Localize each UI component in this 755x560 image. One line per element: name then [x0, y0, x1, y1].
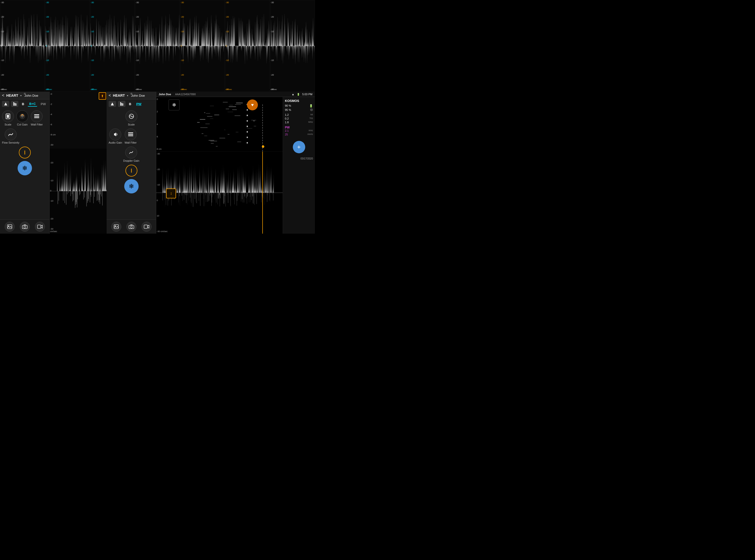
left-scale-btn[interactable]: [2, 111, 14, 122]
tis-label: TIS: [309, 117, 313, 120]
left-colgain-label: Col Gain: [17, 123, 28, 126]
right-mode-pw[interactable]: PW: [135, 102, 143, 106]
right-panel-patient: John Doe: [131, 94, 145, 98]
left-mode-tabs: B B+C PW: [0, 99, 49, 108]
left-scale-label: Scale: [4, 123, 12, 126]
svg-rect-24: [128, 135, 133, 136]
tech-info: 1.2 MI 0.2 TIS 1.8 MHz: [285, 113, 313, 124]
svg-rect-10: [34, 117, 39, 118]
right-scale-btn[interactable]: [125, 111, 137, 122]
svg-rect-8: [34, 114, 39, 115]
right-panel-title: HEART: [113, 94, 125, 98]
doppler-strip-5: -30 -20 -10 0 -10 -20 -30 cm/sec: [180, 0, 225, 92]
right-video-btn[interactable]: [142, 222, 151, 232]
left-mode-icon-2[interactable]: [11, 101, 18, 107]
left-controls: Scale Col Gain Wall Filter: [0, 108, 49, 219]
pw-mode-label: PW: [285, 126, 313, 129]
right-gallery-btn[interactable]: [111, 222, 121, 232]
echo-snowflake-icon[interactable]: ❄: [169, 99, 180, 111]
right-controls: Scale Audio Gain Wall Filter: [107, 108, 156, 219]
left-mode-b[interactable]: B: [20, 102, 25, 106]
left-orange-dial[interactable]: [19, 146, 31, 159]
left-gallery-btn[interactable]: [5, 222, 15, 232]
doppler-strip-4: -30 -20 -10 0 -10 -20 -30 cm/sec: [135, 0, 180, 92]
svg-marker-0: [4, 102, 7, 105]
khz-row: 2.1 KHz: [285, 129, 313, 132]
right-wallfilter-btn[interactable]: [125, 128, 137, 140]
left-panel-patient: John Doe: [24, 94, 38, 98]
left-mode-pw[interactable]: PW: [39, 102, 47, 106]
battery-icon: 🔋: [297, 93, 300, 96]
left-flow-btn[interactable]: [5, 128, 17, 140]
right-row-3: Doppler Gain: [108, 146, 154, 162]
scale-labels-2: -30 -20 -10 0 -10 -20 -30: [46, 0, 49, 92]
doppler-strip-3: -30 -20 -10 0 -10 -20 -30 cm/sec: [90, 0, 135, 92]
orange-dot: [262, 145, 264, 148]
info-panel: KOSMOS 90 % 🔋 95 % ⚫ 1.2 MI 0.2 T: [283, 97, 315, 234]
right-orange-dial[interactable]: [125, 165, 137, 177]
battery-row-1: 90 % 🔋: [285, 104, 313, 108]
top-doppler-row: -30 -20 -10 0 -10 -20 -30 cm/sec → -30 -…: [0, 0, 315, 92]
scale-labels-1: -30 -20 -10 0 -10 -20 -30: [1, 0, 4, 92]
left-freeze-btn[interactable]: ❄: [18, 161, 32, 175]
svg-rect-22: [128, 133, 133, 133]
right-wallfilter-item: Wall Filter: [124, 128, 136, 144]
battery-row-2: 95 % ⚫: [285, 108, 313, 111]
right-mode-b[interactable]: B: [127, 102, 132, 106]
arrow-6: →: [265, 44, 268, 48]
main-patient-name: John Doe: [159, 93, 171, 96]
left-wallfilter-label: Wall Filter: [31, 123, 43, 126]
echo-heart-icon: ♥: [247, 99, 258, 111]
right-row-5: ❄: [108, 179, 154, 194]
right-freeze-btn[interactable]: ❄: [124, 179, 139, 194]
right-scale-item: Scale: [125, 111, 137, 126]
left-wallfilter-btn[interactable]: [31, 111, 43, 122]
right-panel-dropdown-icon[interactable]: ▾: [127, 94, 128, 97]
up-down-control[interactable]: ↕: [166, 188, 176, 198]
left-mode-bc[interactable]: B+C: [28, 101, 37, 107]
mhz-row: 1.8 MHz: [285, 121, 313, 124]
doppler-strip-7: -30 -20 -10 0 -10 -20 -30 cm/sec: [270, 0, 315, 92]
mi-val: 1.2: [285, 113, 289, 116]
right-dopplergain-btn[interactable]: [125, 146, 137, 159]
right-camera-btn[interactable]: [126, 222, 136, 232]
svg-point-15: [24, 226, 26, 228]
scale-labels-5: -30 -20 -10 0 -10 -20 -30: [181, 0, 184, 92]
battery-icon-2: ⚫: [310, 108, 313, 111]
svg-point-29: [130, 226, 132, 228]
left-mode-icon-1[interactable]: [2, 101, 9, 107]
left-back-button[interactable]: <: [2, 93, 4, 98]
right-toolbar: [107, 219, 156, 234]
echo-scale: 0 2 4 6 8 cm: [157, 97, 162, 151]
left-flow-label: Flow Sensivity: [2, 141, 19, 144]
add-button[interactable]: +: [293, 141, 305, 153]
right-back-button[interactable]: <: [108, 93, 111, 98]
right-mode-icon-1[interactable]: [108, 101, 116, 107]
svg-marker-17: [111, 102, 114, 105]
svg-rect-1: [14, 102, 14, 106]
left-panel-dropdown-icon[interactable]: ▾: [20, 94, 22, 97]
tis-val: 0.2: [285, 117, 289, 120]
right-mode-icon-2[interactable]: [118, 101, 125, 107]
mhz-label: MHz: [308, 121, 313, 124]
right-audiogain-btn[interactable]: [109, 128, 121, 140]
add-btn-container: +: [285, 141, 313, 153]
left-view-scale: -0 -2 -4 -6 -8 cm -30 -20 -10 0 -10 -20 …: [49, 92, 58, 234]
battery-val-1: 90 %: [285, 104, 291, 108]
svg-rect-9: [34, 116, 39, 117]
left-video-btn[interactable]: [35, 222, 45, 232]
echo-view: 0 2 4 6 8 cm ❄ ♥: [156, 97, 283, 152]
main-header-left: John Doe AAA1234567890: [159, 93, 196, 96]
left-colgain-btn[interactable]: [16, 111, 28, 122]
left-scale-item: Scale: [2, 111, 14, 126]
svg-rect-16: [37, 225, 41, 228]
left-colgain-item: Col Gain: [16, 111, 28, 126]
right-panel: < HEART ▾ John Doe B PW Scale: [107, 92, 156, 234]
bottom-section: < HEART ▾ John Doe B B+C PW Sc: [0, 92, 315, 234]
left-wallfilter-item: Wall Filter: [31, 111, 43, 126]
right-audiogain-label: Audio Gain: [108, 141, 122, 144]
date-display: 03/17/2020: [285, 157, 313, 160]
left-row-3: [2, 146, 47, 159]
right-mode-tabs: B PW: [107, 99, 156, 108]
left-camera-btn[interactable]: [20, 222, 30, 232]
